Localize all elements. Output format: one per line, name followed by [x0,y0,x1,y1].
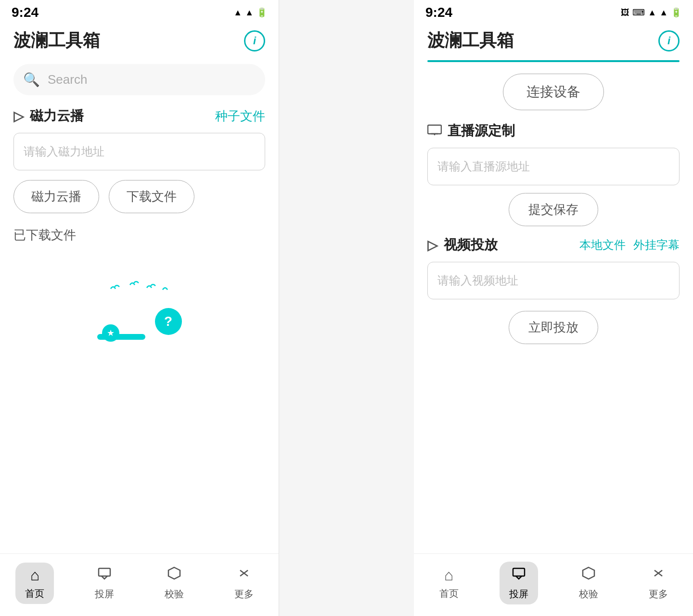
empty-illustration: ★ ? [13,255,265,359]
play-now-button[interactable]: 立即投放 [509,311,598,344]
submit-save-button[interactable]: 提交保存 [509,193,598,226]
star-badge: ★ [102,324,119,342]
nav-label-home-right: 首页 [439,587,459,600]
right-phone-screen: 9:24 🖼 ⌨ ▲ ▲ 🔋 波澜工具箱 i 连接设备 [414,0,693,616]
wifi-icon-right: ▲ [648,8,656,18]
nav-home-left[interactable]: ⌂ 首页 [15,563,54,604]
nav-home-right[interactable]: ⌂ 首页 [430,563,468,604]
live-section: 直播源定制 提交保存 [414,122,693,226]
status-time-right: 9:24 [425,5,452,20]
app-header-left: 波澜工具箱 i [0,23,279,60]
question-bubble: ? [155,308,182,335]
video-section-header: ▷ 视频投放 本地文件 外挂字幕 [427,236,680,254]
status-time-left: 9:24 [12,5,38,20]
status-icons-left: ▲ ▲ 🔋 [233,7,267,18]
signal-icon: ▲ [245,8,254,18]
nav-verify-right[interactable]: 校验 [569,562,608,604]
magnet-play-button[interactable]: 磁力云播 [13,180,99,213]
video-icon: ▷ [427,237,438,253]
nav-more-right[interactable]: 更多 [639,562,678,604]
nav-verify-left[interactable]: 校验 [155,562,193,604]
svg-rect-4 [513,568,525,576]
nav-label-home-left: 首页 [25,587,44,600]
left-phone-screen: 9:24 ▲ ▲ 🔋 波澜工具箱 i 🔍 Search ▷ 磁力云播 种子文件 … [0,0,279,616]
submit-btn-wrap: 提交保存 [427,193,680,226]
nav-label-cast-right: 投屏 [509,588,528,601]
live-section-header: 直播源定制 [427,122,680,140]
signal-icon-right: ▲ [659,8,668,18]
platform-base: ★ [97,334,145,340]
cast-icon-left [97,565,112,585]
video-section: ▷ 视频投放 本地文件 外挂字幕 立即投放 [414,236,693,344]
nav-cast-left[interactable]: 投屏 [85,562,124,604]
bottom-nav-right: ⌂ 首页 投屏 校验 [414,553,693,616]
wifi-icon: ▲ [233,8,242,18]
subtitle-button[interactable]: 外挂字幕 [633,237,680,253]
seed-file-button[interactable]: 种子文件 [215,108,265,125]
character-area: ★ ? [97,313,182,340]
app-title-right: 波澜工具箱 [427,29,514,52]
magnet-input[interactable] [13,133,265,170]
header-underline [427,60,680,62]
downloaded-section: 已下载文件 ★ ? [0,227,279,359]
live-section-title: 直播源定制 [427,122,515,140]
bottom-nav-left: ⌂ 首页 投屏 校验 [0,553,279,616]
nav-label-verify-left: 校验 [165,588,184,601]
magnet-button-row: 磁力云播 下载文件 [13,180,265,213]
nav-more-left[interactable]: 更多 [225,562,263,604]
local-file-button[interactable]: 本地文件 [579,237,626,253]
info-button-right[interactable]: i [658,30,680,51]
magnet-section-title: ▷ 磁力云播 [13,107,84,125]
info-button-left[interactable]: i [244,30,265,51]
app-title-left: 波澜工具箱 [13,29,100,52]
magnet-section: ▷ 磁力云播 种子文件 磁力云播 下载文件 [0,107,279,213]
magnet-icon: ▷ [13,108,24,124]
video-section-actions: 本地文件 外挂字幕 [579,237,680,253]
search-placeholder: Search [48,72,87,87]
download-file-button[interactable]: 下载文件 [109,180,194,213]
video-url-input[interactable] [427,262,680,299]
character-platform-area: ★ [97,334,145,340]
home-icon-right: ⌂ [444,566,453,584]
home-icon-left: ⌂ [30,566,39,584]
search-icon: 🔍 [23,72,40,88]
app-header-right: 波澜工具箱 i [414,23,693,60]
battery-icon: 🔋 [257,7,267,18]
nav-cast-right[interactable]: 投屏 [500,562,538,604]
verify-icon-left [167,565,182,585]
search-bar[interactable]: 🔍 Search [13,64,265,95]
birds-decoration [101,274,178,303]
downloaded-title: 已下载文件 [13,227,265,244]
gallery-icon: 🖼 [621,8,629,18]
play-btn-wrap: 立即投放 [427,311,680,344]
magnet-section-header: ▷ 磁力云播 种子文件 [13,107,265,125]
cast-icon-right [511,565,526,585]
verify-icon-right [581,565,596,585]
connect-device-button[interactable]: 连接设备 [503,74,604,110]
nav-label-verify-right: 校验 [579,588,598,601]
status-bar-right: 9:24 🖼 ⌨ ▲ ▲ 🔋 [414,0,693,23]
nav-label-more-left: 更多 [234,588,254,601]
status-bar-left: 9:24 ▲ ▲ 🔋 [0,0,279,23]
more-icon-right [651,565,666,585]
live-source-input[interactable] [427,148,680,185]
live-icon [427,123,442,139]
video-section-title: ▷ 视频投放 [427,236,498,254]
svg-rect-3 [428,125,441,134]
battery-icon-right: 🔋 [671,7,681,18]
more-icon-left [236,565,252,585]
keyboard-icon: ⌨ [632,7,645,18]
svg-rect-0 [99,568,110,576]
status-icons-right: 🖼 ⌨ ▲ ▲ 🔋 [621,7,681,18]
nav-label-more-right: 更多 [649,588,668,601]
nav-label-cast-left: 投屏 [95,588,114,601]
